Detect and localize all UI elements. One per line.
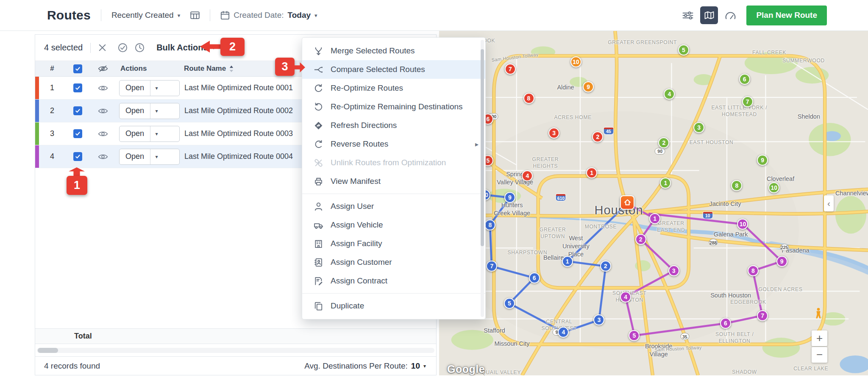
route-stop-marker[interactable]: 8: [523, 93, 534, 104]
route-stop-marker[interactable]: 1: [562, 256, 573, 267]
divider: [90, 43, 91, 53]
duplicate-icon: [314, 301, 323, 311]
plan-new-route-button[interactable]: Plan New Route: [746, 6, 827, 25]
route-stop-marker[interactable]: 8: [484, 219, 495, 230]
open-route-button[interactable]: Open ▾: [119, 149, 180, 165]
menu-item[interactable]: Re-Optimize Remaining Destinations: [302, 97, 485, 116]
route-stop-marker[interactable]: 6: [739, 74, 750, 85]
panel-footer: 4 records found Avg. Destinations Per Ro…: [35, 356, 436, 375]
menu-separator: [302, 293, 485, 294]
filters-icon[interactable]: [682, 11, 693, 20]
pegman-icon[interactable]: [815, 308, 822, 321]
column-actions: Actions: [116, 64, 180, 73]
menu-item[interactable]: View Manifest: [302, 172, 485, 191]
route-stop-marker[interactable]: 9: [583, 81, 594, 92]
row-checkbox[interactable]: [73, 129, 82, 138]
row-number: 3: [39, 129, 65, 138]
route-stop-marker[interactable]: 9: [776, 256, 787, 267]
menu-item-label: Re-Optimize Remaining Destinations: [331, 102, 463, 111]
contract-icon: [314, 276, 323, 286]
depot-marker[interactable]: [620, 195, 634, 210]
row-checkbox[interactable]: [73, 152, 82, 161]
route-stop-marker[interactable]: 1: [660, 178, 671, 189]
compare-icon: [314, 65, 323, 75]
menu-item[interactable]: Reverse Routes ▸: [302, 135, 485, 153]
zoom-in-button[interactable]: +: [812, 330, 827, 346]
menu-item[interactable]: Assign Vehicle: [302, 216, 485, 234]
route-stop-marker[interactable]: 2: [635, 234, 646, 245]
eye-icon[interactable]: [90, 130, 116, 138]
reverse-icon: [314, 139, 323, 149]
menu-item[interactable]: Refresh Directions: [302, 116, 485, 135]
row-checkbox[interactable]: [73, 106, 82, 115]
route-stop-marker[interactable]: 4: [620, 291, 631, 303]
menu-item[interactable]: Compare Selected Routes: [302, 60, 485, 79]
route-stop-marker[interactable]: 5: [629, 330, 640, 341]
menu-item-label: Duplicate: [331, 301, 364, 311]
annotation-step-2-badge: 2: [220, 38, 245, 56]
created-date-filter[interactable]: Created Date: Today ▾: [220, 11, 317, 20]
chevron-down-icon: ▾: [150, 108, 163, 114]
route-stop-marker[interactable]: 9: [757, 155, 768, 166]
eye-slash-icon[interactable]: [90, 65, 116, 72]
route-stop-marker[interactable]: 7: [757, 310, 768, 321]
menu-item[interactable]: Assign Facility: [302, 234, 485, 253]
menu-item-label: Assign Vehicle: [331, 220, 383, 230]
sort-dropdown[interactable]: Recently Created ▾: [111, 11, 180, 20]
scrollbar-thumb[interactable]: [38, 348, 58, 353]
records-found: 4 records found: [44, 361, 100, 371]
open-route-button[interactable]: Open ▾: [119, 103, 180, 119]
open-route-button[interactable]: Open ▾: [119, 126, 180, 142]
eye-icon[interactable]: [90, 153, 116, 161]
map-view-icon: [704, 11, 714, 19]
menu-item[interactable]: Re-Optimize Routes: [302, 79, 485, 97]
route-stop-marker[interactable]: 10: [570, 56, 581, 67]
eye-icon[interactable]: [90, 84, 116, 92]
menu-item[interactable]: Merge Selected Routes: [302, 42, 485, 60]
selected-count: 4 selected: [44, 43, 83, 53]
map-view-toggle[interactable]: [700, 6, 718, 24]
select-all-checkbox[interactable]: [73, 64, 82, 73]
menu-item-label: Assign Customer: [331, 258, 392, 267]
row-checkbox[interactable]: [73, 83, 82, 92]
created-date-value: Today: [288, 11, 311, 20]
menu-item[interactable]: Assign Contract: [302, 272, 485, 290]
clear-selection-icon[interactable]: [98, 44, 106, 52]
avg-destinations-dropdown[interactable]: Avg. Destinations Per Route: 10 ▾: [304, 361, 426, 371]
route-color-bar: [35, 122, 39, 145]
row-number: 2: [39, 106, 65, 115]
menu-item-label: Merge Selected Routes: [331, 46, 415, 56]
sort-dropdown-label: Recently Created: [111, 11, 174, 20]
route-stop-marker[interactable]: 2: [592, 131, 603, 142]
clock-icon[interactable]: [135, 43, 145, 53]
unlink-icon: [314, 158, 323, 168]
route-stop-marker[interactable]: 5: [678, 44, 689, 56]
vehicle-icon: [314, 220, 323, 230]
menu-item-label: Reverse Routes: [331, 139, 388, 149]
route-stop-marker[interactable]: 8: [748, 265, 759, 276]
route-stop-marker[interactable]: 1: [649, 213, 660, 224]
route-stop-marker[interactable]: 5: [504, 298, 515, 309]
route-stop-marker[interactable]: 7: [742, 96, 753, 107]
open-route-button[interactable]: Open ▾: [119, 80, 180, 96]
route-stop-marker[interactable]: 6: [529, 272, 540, 283]
menu-item[interactable]: Assign Customer: [302, 253, 485, 272]
speedometer-icon[interactable]: [725, 11, 736, 20]
menu-item[interactable]: Assign User: [302, 197, 485, 216]
reoptimize-remaining-icon: [314, 102, 323, 112]
scrollbar-thumb[interactable]: [481, 49, 484, 246]
eye-icon[interactable]: [90, 107, 116, 115]
route-stop-marker[interactable]: 2: [600, 261, 611, 272]
google-logo[interactable]: Google: [447, 363, 485, 375]
map[interactable]: WILLOWBROOK GREATER GREENSPOINT FALL CRE…: [439, 31, 868, 375]
table-icon[interactable]: [190, 11, 200, 19]
check-circle-icon[interactable]: [118, 43, 128, 53]
collapse-panel-tab[interactable]: ‹: [824, 195, 834, 211]
zoom-out-button[interactable]: −: [812, 347, 827, 363]
menu-item[interactable]: Unlink Routes from Optimization: [302, 153, 485, 172]
column-number: #: [39, 64, 65, 73]
page-title: Routes: [47, 8, 91, 22]
route-stop-marker[interactable]: 3: [668, 265, 679, 276]
route-color-bar: [35, 100, 39, 122]
menu-item[interactable]: Duplicate: [302, 297, 485, 315]
